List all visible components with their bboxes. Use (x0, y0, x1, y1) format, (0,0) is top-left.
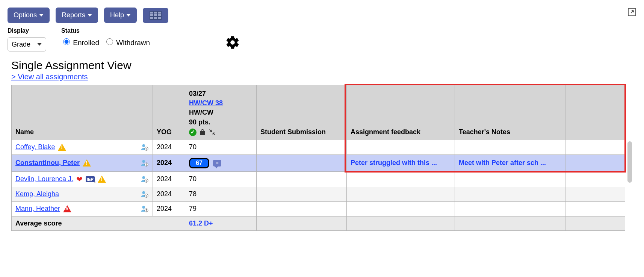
column-extra (565, 85, 625, 140)
alert-warning-icon (98, 176, 106, 183)
reports-button[interactable]: Reports (56, 8, 98, 23)
column-yog[interactable]: YOG (153, 85, 185, 140)
caret-down-icon (39, 14, 44, 17)
svg-text:?: ? (145, 209, 147, 212)
view-all-assignments-link[interactable]: > View all assignments (11, 73, 88, 81)
score-input[interactable] (189, 158, 209, 168)
submission-cell[interactable] (257, 201, 347, 216)
column-name[interactable]: Name (12, 85, 153, 140)
status-withdrawn-option[interactable]: Withdrawn (104, 37, 150, 47)
notes-cell[interactable] (455, 171, 565, 187)
student-photo-icon[interactable]: ? (141, 205, 149, 213)
student-name-link[interactable]: Constantinou, Peter (15, 159, 80, 167)
assignment-date: 03/27 (189, 89, 252, 98)
svg-text:?: ? (145, 163, 147, 167)
options-button[interactable]: Options (8, 8, 50, 23)
status-withdrawn-radio[interactable] (106, 38, 113, 45)
feedback-cell[interactable] (347, 171, 455, 187)
student-photo-icon[interactable]: ? (141, 159, 149, 167)
assignment-category: HW/CW (189, 108, 252, 117)
grades-table: Name YOG 03/27 HW/CW 38 HW/CW 90 pts. ✓ … (11, 85, 625, 231)
feedback-cell[interactable] (347, 201, 455, 216)
gear-icon[interactable] (225, 35, 240, 50)
caret-down-icon (126, 14, 131, 17)
submission-cell[interactable] (257, 187, 347, 201)
grid-view-button[interactable] (143, 8, 168, 23)
svg-rect-2 (154, 12, 157, 14)
yog-cell: 2024 (153, 171, 185, 187)
svg-text:?: ? (145, 179, 147, 183)
feedback-cell[interactable] (347, 140, 455, 154)
average-row: Average score 61.2 D+ (12, 216, 625, 230)
yog-cell: 2024 (153, 187, 185, 201)
extra-cell (565, 201, 625, 216)
svg-point-20 (142, 191, 145, 194)
status-enrolled-radio[interactable] (63, 38, 70, 45)
collapse-icon[interactable] (209, 129, 216, 136)
unlock-icon[interactable] (199, 129, 206, 136)
feedback-cell[interactable]: Peter struggled with this ... (347, 154, 455, 171)
feedback-cell[interactable] (347, 187, 455, 201)
notes-cell[interactable]: Meet with Peter after sch ... (455, 154, 565, 171)
assignment-link[interactable]: HW/CW 38 (189, 99, 223, 107)
status-label: Status (61, 27, 150, 34)
submission-cell[interactable] (257, 154, 347, 171)
average-label: Average score (12, 216, 185, 230)
table-row[interactable]: Mann, Heather ?202479 (12, 201, 625, 216)
help-label: Help (110, 11, 124, 19)
status-enrolled-option[interactable]: Enrolled (61, 37, 99, 47)
table-row[interactable]: Coffey, Blake ?202470 (12, 140, 625, 154)
student-name-link[interactable]: Coffey, Blake (15, 143, 55, 151)
column-submission[interactable]: Student Submission (257, 85, 347, 140)
student-photo-icon[interactable]: ? (141, 190, 149, 198)
display-select[interactable]: Grade (8, 37, 46, 51)
vertical-scrollbar[interactable] (627, 141, 632, 183)
score-value: 79 (189, 205, 197, 212)
table-row[interactable]: Constantinou, Peter ?2024Peter struggled… (12, 154, 625, 171)
score-value: 70 (189, 175, 197, 183)
comment-icon[interactable] (213, 160, 221, 167)
svg-rect-6 (158, 14, 161, 16)
column-assignment[interactable]: 03/27 HW/CW 38 HW/CW 90 pts. ✓ (185, 85, 257, 140)
help-button[interactable]: Help (104, 8, 137, 23)
student-photo-icon[interactable]: ? (141, 175, 149, 183)
checkmark-circle-icon[interactable]: ✓ (189, 129, 197, 136)
alert-warning-icon (58, 144, 66, 151)
student-photo-icon[interactable]: ? (141, 143, 149, 151)
svg-rect-7 (150, 17, 153, 19)
svg-rect-9 (158, 17, 161, 19)
score-cell[interactable]: 78 (185, 187, 257, 201)
student-name-link[interactable]: Devlin, Lourenca J. (15, 175, 73, 183)
medical-alert-icon: ❤ (76, 175, 83, 184)
notes-cell[interactable] (455, 140, 565, 154)
assignment-points: 90 pts. (189, 118, 252, 127)
score-value: 78 (189, 190, 197, 198)
score-cell[interactable] (185, 154, 257, 171)
submission-cell[interactable] (257, 140, 347, 154)
svg-rect-5 (154, 14, 157, 16)
yog-cell: 2024 (153, 154, 185, 171)
svg-rect-8 (154, 17, 157, 19)
score-cell[interactable]: 70 (185, 140, 257, 154)
notes-cell[interactable] (455, 187, 565, 201)
score-cell[interactable]: 79 (185, 201, 257, 216)
notes-cell[interactable] (455, 201, 565, 216)
score-value: 70 (189, 143, 197, 151)
extra-cell (565, 187, 625, 201)
svg-point-17 (142, 176, 145, 179)
column-feedback[interactable]: Assignment feedback (347, 85, 455, 140)
submission-cell[interactable] (257, 171, 347, 187)
student-name-link[interactable]: Kemp, Aleigha (15, 190, 59, 198)
expand-window-icon[interactable] (627, 8, 636, 18)
student-name-link[interactable]: Mann, Heather (15, 205, 60, 213)
table-row[interactable]: Devlin, Lourenca J. ❤ IEP ?202470 (12, 171, 625, 187)
yog-cell: 2024 (153, 140, 185, 154)
score-cell[interactable]: 70 (185, 171, 257, 187)
svg-point-11 (142, 144, 145, 147)
svg-rect-4 (150, 14, 153, 16)
table-row[interactable]: Kemp, Aleigha ?202478 (12, 187, 625, 201)
column-notes[interactable]: Teacher's Notes (455, 85, 565, 140)
page-title: Single Assignment View (11, 59, 636, 72)
alert-absent-icon (63, 205, 71, 212)
reports-label: Reports (62, 11, 85, 19)
